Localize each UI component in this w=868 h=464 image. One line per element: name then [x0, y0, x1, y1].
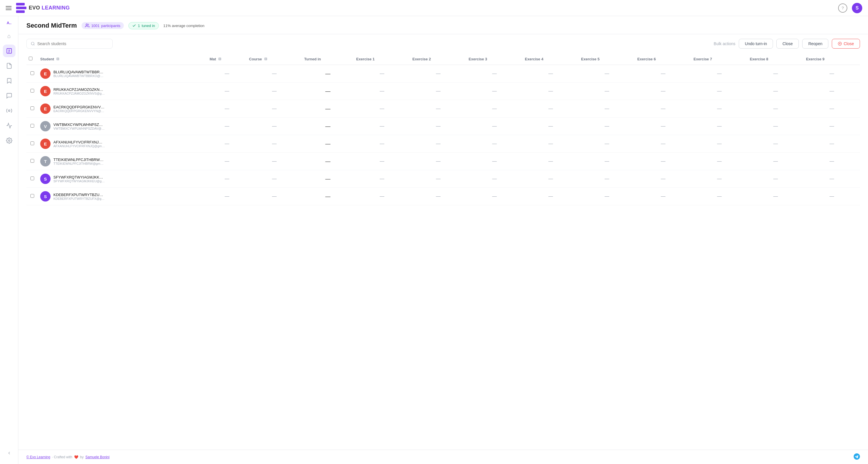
student-name-5: TTEIKIEWNLPFCJITHBRW@gma: [54, 157, 105, 162]
tunedin-badge[interactable]: 1 tuned in: [128, 22, 159, 29]
row-checkbox-cell: [26, 170, 38, 188]
close-danger-icon: [838, 42, 842, 46]
search-box[interactable]: [26, 39, 113, 49]
row-checkbox-1[interactable]: [30, 89, 34, 93]
close-danger-button[interactable]: Close: [832, 39, 860, 49]
ex2-cell-6: —: [410, 170, 466, 188]
table-header: Student ⊟ Mat ⊟ Course: [26, 53, 860, 65]
ex6-cell-1: —: [635, 83, 691, 100]
student-email-7: KDEBERFXPUTWRYTBZUFX@gmail.c: [54, 197, 105, 200]
student-info-2: EACRKQQDFPGRGKENVVYN@gr EACRKQQDFPGRGKEN…: [54, 105, 105, 113]
student-email-2: EACRKQQDFPGRGKENVVYN@gmail.c: [54, 109, 105, 113]
ex1-cell-1: —: [354, 83, 410, 100]
sidebar-item-assignments[interactable]: [3, 45, 16, 57]
ex1-cell-2: —: [354, 100, 410, 118]
table-row: E EACRKQQDFPGRGKENVVYN@gr EACRKQQDFPGRGK…: [26, 100, 860, 118]
th-ex2: Exercise 2: [410, 53, 466, 65]
ex1-cell-5: —: [354, 153, 410, 170]
th-course: Course ⊟: [247, 53, 302, 65]
mat-filter-icon[interactable]: ⊟: [218, 57, 221, 61]
telegram-icon[interactable]: [854, 453, 860, 461]
student-info-3: VWTBMXCYWPLWHNPSZDAV@g VWTBMXCYWPLWHNPSZ…: [54, 122, 105, 130]
footer-evo-link[interactable]: © Evo Learning: [26, 455, 50, 459]
undo-turnin-button[interactable]: Undo turn-in: [739, 39, 773, 49]
table-row: E RRUKKACPZJAMOZGZKNVS@gm RRUKKACPZJAMOZ…: [26, 83, 860, 100]
ex2-cell-7: —: [410, 188, 466, 205]
sidebar-org-label: A..: [7, 21, 11, 25]
page-title: Second MidTerm: [26, 22, 77, 29]
course-cell-0: —: [247, 65, 302, 83]
turnedin-cell-2: —: [302, 100, 354, 118]
ex4-cell-4: —: [523, 135, 579, 153]
mat-cell-6: —: [207, 170, 247, 188]
student-info-1: RRUKKACPZJAMOZGZKNVS@gm RRUKKACPZJAMOZGZ…: [54, 87, 105, 95]
student-filter-icon[interactable]: ⊟: [56, 57, 59, 61]
ex3-cell-6: —: [466, 170, 523, 188]
turnedin-cell-7: —: [302, 188, 354, 205]
user-avatar[interactable]: S: [852, 3, 862, 13]
ex3-cell-5: —: [466, 153, 523, 170]
select-all-checkbox[interactable]: [29, 57, 32, 60]
turnedin-cell-5: —: [302, 153, 354, 170]
mat-cell-7: —: [207, 188, 247, 205]
reopen-button[interactable]: Reopen: [802, 39, 828, 49]
course-cell-3: —: [247, 118, 302, 135]
footer-author-link[interactable]: Samuele Bonini: [85, 455, 110, 459]
search-input[interactable]: [37, 41, 108, 46]
mat-cell-3: —: [207, 118, 247, 135]
logo-icon: [16, 3, 26, 13]
student-name-1: RRUKKACPZJAMOZGZKNVS@gm: [54, 87, 105, 92]
sidebar-item-analytics[interactable]: [3, 119, 16, 132]
ex2-cell-4: —: [410, 135, 466, 153]
ex7-cell-3: —: [691, 118, 748, 135]
row-checkbox-5[interactable]: [30, 159, 34, 163]
ex2-cell-1: —: [410, 83, 466, 100]
row-checkbox-6[interactable]: [30, 176, 34, 180]
ex7-cell-1: —: [691, 83, 748, 100]
ex5-cell-4: —: [579, 135, 635, 153]
sidebar-item-chat[interactable]: [3, 89, 16, 102]
ex4-cell-2: —: [523, 100, 579, 118]
ex1-cell-7: —: [354, 188, 410, 205]
row-checkbox-4[interactable]: [30, 141, 34, 145]
ex3-cell-0: —: [466, 65, 523, 83]
student-name-6: SFYWFXRQTWYIAGMJKKEU@gm: [54, 175, 105, 179]
row-checkbox-0[interactable]: [30, 71, 34, 75]
table-row: E BLURLUQAVAWBTWTBBRXO@g BLURLUQAVAWBTWT…: [26, 65, 860, 83]
sidebar-item-bookmarks[interactable]: [3, 75, 16, 87]
ex1-cell-6: —: [354, 170, 410, 188]
sidebar-item-integrations[interactable]: [3, 104, 16, 117]
students-table-wrapper: Student ⊟ Mat ⊟ Course: [19, 53, 868, 450]
sidebar-item-settings[interactable]: [3, 134, 16, 147]
student-avatar-5: T: [40, 156, 51, 167]
ex5-cell-2: —: [579, 100, 635, 118]
close-button[interactable]: Close: [776, 39, 799, 49]
top-nav: EVO LEARNING ? S: [0, 0, 868, 16]
row-checkbox-cell: [26, 153, 38, 170]
student-email-4: AFXANUHLFYVCIFRFXNJQ@gmail.co: [54, 144, 105, 148]
course-cell-6: —: [247, 170, 302, 188]
ex4-cell-5: —: [523, 153, 579, 170]
ex7-cell-2: —: [691, 100, 748, 118]
ex6-cell-5: —: [635, 153, 691, 170]
sidebar-item-home[interactable]: ⌂: [3, 30, 16, 42]
sidebar-collapse-button[interactable]: [3, 447, 16, 459]
ex5-cell-0: —: [579, 65, 635, 83]
ex9-cell-0: —: [804, 65, 860, 83]
ex9-cell-5: —: [804, 153, 860, 170]
row-checkbox-cell: [26, 100, 38, 118]
student-name-7: KDEBERFXPUTWRYTBZUFX@gm: [54, 193, 105, 197]
row-checkbox-2[interactable]: [30, 106, 34, 110]
sidebar-item-documents[interactable]: [3, 59, 16, 72]
hamburger-menu[interactable]: [6, 6, 11, 10]
row-checkbox-7[interactable]: [30, 194, 34, 198]
ex1-cell-4: —: [354, 135, 410, 153]
course-filter-icon[interactable]: ⊟: [264, 57, 267, 61]
th-ex7: Exercise 7: [691, 53, 748, 65]
ex8-cell-2: —: [747, 100, 804, 118]
participants-badge[interactable]: 1001 participants: [82, 22, 124, 29]
help-button[interactable]: ?: [838, 3, 847, 13]
turnedin-cell-1: —: [302, 83, 354, 100]
row-checkbox-3[interactable]: [30, 124, 34, 128]
student-info-7: KDEBERFXPUTWRYTBZUFX@gm KDEBERFXPUTWRYTB…: [54, 193, 105, 200]
